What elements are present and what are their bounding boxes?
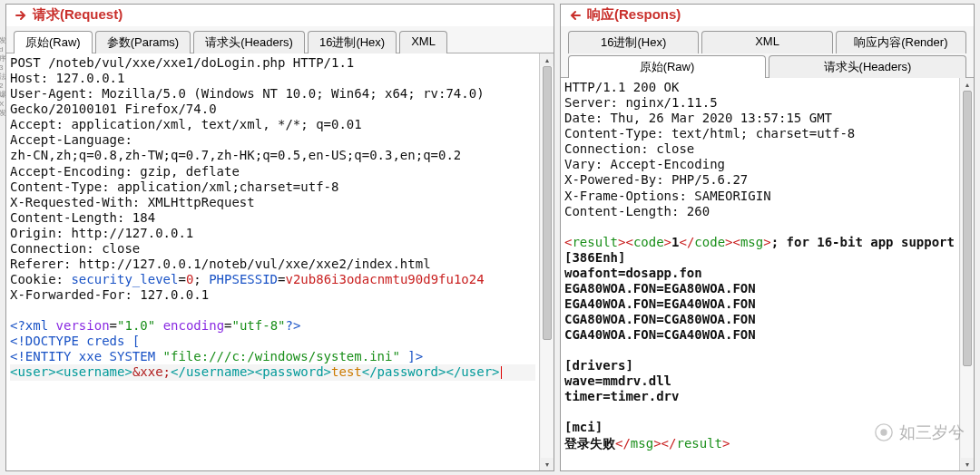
response-scrollbar[interactable]: ▴ ▾ <box>959 78 974 470</box>
tab-request-headers[interactable]: 请求头(Headers) <box>193 31 305 53</box>
tab-response-raw[interactable]: 原始(Raw) <box>568 55 766 78</box>
response-bottom-tabs: 原始(Raw) 请求头(Headers) <box>561 53 974 78</box>
tab-request-params[interactable]: 参数(Params) <box>95 31 191 53</box>
tab-request-raw[interactable]: 原始(Raw) <box>14 31 93 53</box>
tab-response-xml[interactable]: XML <box>701 31 832 53</box>
scroll-up-icon[interactable]: ▴ <box>961 78 974 91</box>
tab-request-xml[interactable]: XML <box>399 31 447 53</box>
left-margin-strip: 发d序3法2爆X发 <box>0 0 5 475</box>
response-panel: 响应(Respons) 16进制(Hex) XML 响应内容(Render) 原… <box>560 4 975 471</box>
request-panel: 请求(Request) 原始(Raw) 参数(Params) 请求头(Heade… <box>5 4 554 471</box>
request-header: 请求(Request) <box>6 5 554 26</box>
tab-response-hex[interactable]: 16进制(Hex) <box>568 31 699 53</box>
response-top-tabs: 16进制(Hex) XML 响应内容(Render) <box>561 26 974 53</box>
request-title: 请求(Request) <box>33 6 122 24</box>
request-body-editor[interactable]: POST /noteb/vul/xxe/xxe1/doLogin.php HTT… <box>6 53 539 470</box>
request-tabs: 原始(Raw) 参数(Params) 请求头(Headers) 16进制(Hex… <box>6 26 554 53</box>
scroll-down-icon[interactable]: ▾ <box>541 458 554 470</box>
scroll-down-icon[interactable]: ▾ <box>961 458 974 470</box>
tab-response-render[interactable]: 响应内容(Render) <box>836 31 966 53</box>
response-body-view[interactable]: HTTP/1.1 200 OKServer: nginx/1.11.5Date:… <box>561 78 959 470</box>
scroll-up-icon[interactable]: ▴ <box>541 53 554 66</box>
tab-response-headers[interactable]: 请求头(Headers) <box>769 55 966 78</box>
tab-request-hex[interactable]: 16进制(Hex) <box>308 31 397 53</box>
request-scrollbar[interactable]: ▴ ▾ <box>539 53 554 470</box>
response-title: 响应(Respons) <box>587 6 681 24</box>
response-header: 响应(Respons) <box>561 5 974 26</box>
arrow-right-icon <box>14 8 27 22</box>
arrow-left-icon <box>568 8 582 22</box>
